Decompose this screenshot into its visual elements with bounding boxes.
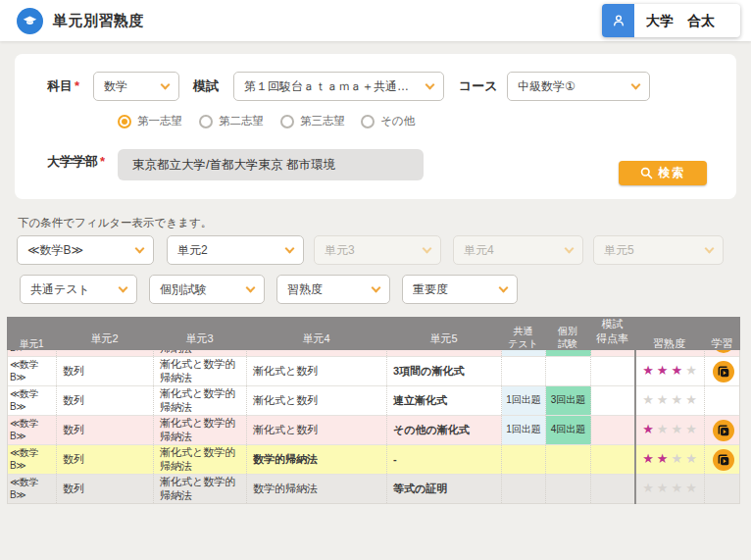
chevron-down-icon <box>705 243 715 253</box>
unit5-text: - <box>393 453 397 467</box>
unit3-text: 漸化式と数学的帰納法 <box>160 417 240 444</box>
unit3-cell: 漸化式と数学的帰納法 <box>154 445 247 474</box>
unit2-cell: 数列 <box>57 357 154 385</box>
user-menu[interactable]: 大学 合太 <box>602 4 740 37</box>
unit2-cell: 数列 <box>57 445 154 474</box>
unit2-filter-select[interactable]: 単元2 <box>167 235 304 265</box>
unit3-cell: 漸化式と数学的帰納法 <box>154 386 247 415</box>
search-button[interactable]: 検索 <box>619 161 707 185</box>
play-button[interactable] <box>713 350 734 353</box>
unit4-cell: 数学的帰納法 <box>247 445 387 474</box>
importance-filter-select[interactable]: 重要度 <box>402 275 518 304</box>
subject-select[interactable]: 数学 <box>93 72 179 101</box>
kyotsu-test-text: 1回出題 <box>506 424 541 436</box>
table-row: ≪数学B≫数列漸化式と数学的帰納法漸化式と数列3項間の漸化式★★★★ <box>8 357 740 386</box>
radio-icon <box>280 115 294 128</box>
col-header-unit5: 単元5 <box>386 317 501 350</box>
unit5-cell: その他の漸化式 <box>387 416 502 444</box>
university-input[interactable]: 東京都立大学/首都大学東京 都市環境 <box>118 149 424 180</box>
unit4-text: 漸化式と数列 <box>253 424 318 437</box>
radio-label: その他 <box>380 114 415 128</box>
star-icon: ★ <box>672 481 683 496</box>
search-icon <box>640 167 653 179</box>
unit4-cell: 漸化式と数列 <box>247 386 387 415</box>
unit5-text: その他の漸化式 <box>393 424 470 437</box>
unit3-text: 漸化式と数学的帰納法 <box>160 446 240 474</box>
unit2-text: 数列 <box>63 424 84 437</box>
unit3-cell: 漸化式と数学的帰納法 <box>154 350 247 356</box>
unit4-filter-select[interactable]: 単元4 <box>453 235 583 265</box>
proficiency-filter-select[interactable]: 習熟度 <box>276 275 390 304</box>
play-button[interactable] <box>713 361 734 382</box>
university-label: 大学学部* <box>47 147 105 177</box>
unit4-text: 数学的帰納法 <box>253 483 318 496</box>
kobetsu-exam-cell <box>546 350 591 356</box>
unit1-filter-select[interactable]: ≪数学B≫ <box>17 235 154 265</box>
choice-radio-3[interactable]: 第三志望 <box>280 114 345 128</box>
choice-radio-4[interactable]: その他 <box>361 114 415 128</box>
unit1-text: ≪数学B≫ <box>10 388 54 413</box>
search-filter-panel: 科目* 数学 模試 第１回駿台ａｔａｍａ＋共通… コース 中級数学① 第一志望第… <box>15 54 736 199</box>
unit5-text: 3項間の漸化式 <box>393 365 464 379</box>
chevron-down-icon <box>372 282 381 292</box>
choice-radio-1[interactable]: 第一志望 <box>118 114 182 128</box>
play-button[interactable] <box>713 449 734 471</box>
table-row: ≪数学B≫数列漸化式と数学的帰納法漸化式と数列その他の漸化式1回出題4回出題★★… <box>8 416 740 445</box>
top-bar: 単元別習熟度 大学 合太 <box>0 0 751 41</box>
unit2-text: 数列 <box>63 365 84 379</box>
kyotsu-test-cell <box>502 475 546 503</box>
choice-radio-group: 第一志望第二志望第三志望その他 <box>15 114 736 131</box>
kobetsu-exam-text: 4回出題 <box>551 424 586 436</box>
select-value: 重要度 <box>413 281 448 298</box>
chevron-down-icon <box>119 282 128 292</box>
moshi-select[interactable]: 第１回駿台ａｔａｍａ＋共通… <box>233 72 444 101</box>
course-label: コース <box>459 72 498 101</box>
unit2-cell: 数列 <box>57 475 154 503</box>
play-button[interactable] <box>713 420 734 441</box>
learning-cell <box>705 350 740 356</box>
select-value: 単元5 <box>604 242 634 259</box>
learning-cell <box>705 445 740 474</box>
required-mark: * <box>100 154 105 169</box>
course-select[interactable]: 中級数学① <box>507 72 650 101</box>
kyotsu-test-cell: 1回出題 <box>502 416 546 444</box>
stacked-play-glyph <box>716 423 731 438</box>
star-icon: ★ <box>657 363 669 379</box>
unit3-filter-select[interactable]: 単元3 <box>314 235 441 265</box>
kobetsu-exam-cell <box>546 445 591 474</box>
kyotsu-test-cell <box>502 357 546 385</box>
radio-label: 第一志望 <box>137 114 182 128</box>
table-row: ≪数学B≫数列漸化式と数学的帰納法数学的帰納法等式の証明★★★★ <box>8 475 740 504</box>
table-row: ≪数学B≫数列漸化式と数学的帰納法漸化式と数列連立漸化式1回出題3回出題★★★★ <box>8 386 740 416</box>
proficiency-stars: ★★★★ <box>635 445 705 474</box>
star-icon: ★ <box>672 422 683 437</box>
star-icon: ★ <box>672 392 683 408</box>
chevron-down-icon <box>499 282 509 292</box>
moshi-label: 模試 <box>193 72 219 101</box>
star-icon: ★ <box>642 422 654 437</box>
user-icon <box>602 4 634 37</box>
kobetsu-exam-filter-select[interactable]: 個別試験 <box>149 275 265 304</box>
unit5-cell: 等式の証明 <box>387 475 502 503</box>
star-icon: ★ <box>685 392 697 408</box>
kyotsu-test-cell: 1回出題 <box>502 386 546 415</box>
proficiency-stars: ★★★★ <box>635 350 705 356</box>
unit4-cell: 数学的帰納法 <box>247 475 387 503</box>
choice-radio-2[interactable]: 第二志望 <box>199 114 264 128</box>
unit5-filter-select[interactable]: 単元5 <box>593 235 724 265</box>
select-value: 単元4 <box>464 242 494 259</box>
table-row: ≪数学B≫数列漸化式と数学的帰納法数学的帰納法-★★★★ <box>8 445 740 475</box>
unit3-text: 漸化式と数学的帰納法 <box>160 476 240 503</box>
unit2-text: 数列 <box>63 394 84 408</box>
unit4-text: 漸化式と数列 <box>253 365 318 379</box>
moshi-score-cell <box>591 475 635 503</box>
unit3-cell: 漸化式と数学的帰納法 <box>154 416 247 444</box>
table-row: ≪数学B≫数列漸化式と数学的帰納法★★★★ <box>8 350 740 357</box>
chevron-down-icon <box>423 243 432 253</box>
unit1-cell: ≪数学B≫ <box>8 445 57 474</box>
star-icon: ★ <box>642 481 654 496</box>
kyotsu-test-filter-select[interactable]: 共通テスト <box>20 275 137 304</box>
star-icon: ★ <box>685 451 697 467</box>
filter-hint: 下の条件でフィルター表示できます。 <box>18 216 212 230</box>
radio-label: 第三志望 <box>300 114 345 128</box>
